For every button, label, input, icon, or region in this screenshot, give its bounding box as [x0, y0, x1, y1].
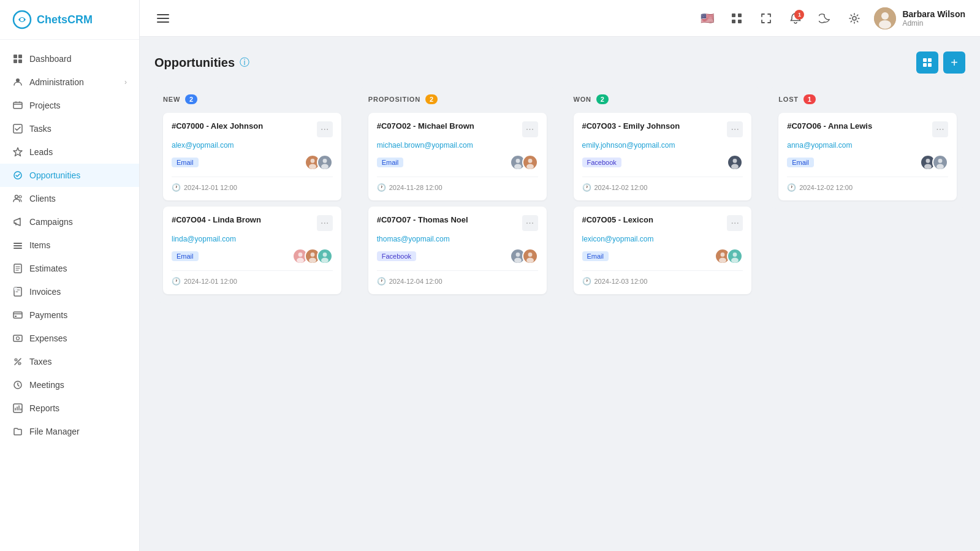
- svg-point-39: [309, 164, 316, 169]
- sidebar-item-expenses[interactable]: Expenses: [0, 327, 139, 350]
- svg-rect-12: [13, 243, 22, 244]
- card-menu-button[interactable]: ···: [932, 121, 948, 137]
- svg-point-42: [298, 253, 302, 257]
- sidebar-item-opportunities[interactable]: Opportunities: [0, 164, 139, 187]
- main-area: 🇺🇸 1 Barbara Wilson: [140, 0, 980, 551]
- card-source-tag: Email: [377, 158, 404, 167]
- sidebar-item-estimates[interactable]: Estimates: [0, 257, 139, 280]
- card-divider: [377, 177, 538, 177]
- card-header: #C07O02 - Michael Brown ···: [377, 121, 538, 137]
- card-header: #C07000 - Alex Johnson ···: [172, 121, 333, 137]
- svg-point-11: [19, 196, 21, 198]
- sidebar-item-dashboard[interactable]: Dashboard: [0, 47, 139, 70]
- card-menu-button[interactable]: ···: [317, 215, 333, 231]
- opportunity-card[interactable]: #C07000 - Alex Johnson ··· alex@yopmail.…: [163, 113, 341, 200]
- opportunity-card[interactable]: #C07O03 - Emily Johnson ··· emily.johnso…: [574, 113, 752, 200]
- card-divider: [582, 177, 743, 177]
- add-opportunity-button[interactable]: +: [943, 51, 965, 74]
- card-menu-button[interactable]: ···: [522, 121, 538, 137]
- card-meta: Email: [582, 248, 743, 264]
- dark-mode-icon[interactable]: [815, 9, 835, 28]
- user-profile[interactable]: Barbara Wilson Admin: [874, 7, 965, 29]
- leads-icon: [12, 146, 23, 158]
- projects-icon: [12, 100, 23, 111]
- card-divider: [377, 270, 538, 271]
- sidebar-item-file-manager[interactable]: File Manager: [0, 420, 139, 443]
- sidebar-item-administration[interactable]: Administration ›: [0, 70, 139, 94]
- logo-icon: [12, 10, 32, 29]
- clock-icon: 🕐: [172, 277, 181, 286]
- svg-rect-25: [13, 404, 22, 412]
- sidebar-item-leads[interactable]: Leads: [0, 140, 139, 164]
- sidebar: ChetsCRM Dashboard Administration › Proj…: [0, 0, 140, 551]
- sidebar-item-meetings[interactable]: Meetings: [0, 373, 139, 397]
- svg-point-65: [936, 164, 944, 169]
- sidebar-item-payments[interactable]: Payments: [0, 303, 139, 327]
- card-date: 🕐 2024-12-03 12:00: [582, 277, 743, 286]
- sidebar-item-items[interactable]: Items: [0, 234, 139, 257]
- opportunity-card[interactable]: #C07O02 - Michael Brown ··· michael.brow…: [368, 113, 547, 200]
- card-title: #C07O06 - Anna Lewis: [787, 121, 872, 131]
- notification-bell-icon[interactable]: 1: [786, 9, 805, 28]
- card-header: #C07O05 - Lexicon ···: [582, 215, 743, 231]
- card-menu-button[interactable]: ···: [727, 215, 743, 231]
- sidebar-item-reports[interactable]: Reports: [0, 397, 139, 420]
- svg-rect-28: [732, 20, 735, 23]
- card-divider: [582, 270, 743, 271]
- sidebar-item-clients[interactable]: Clients: [0, 187, 139, 210]
- avatar-small: [317, 154, 333, 170]
- svg-point-10: [15, 196, 18, 199]
- sidebar-item-label: Invoices: [29, 287, 61, 297]
- logo-area[interactable]: ChetsCRM: [0, 0, 139, 40]
- grid-apps-icon[interactable]: [727, 9, 746, 28]
- opportunity-card[interactable]: #C07O06 - Anna Lewis ··· anna@yopmail.co…: [778, 113, 957, 200]
- avatar-small: [727, 248, 743, 264]
- svg-point-21: [17, 337, 20, 340]
- sidebar-item-label: Campaigns: [29, 217, 73, 227]
- column-header: WON 2: [574, 94, 752, 104]
- date-text: 2024-11-28 12:00: [389, 184, 443, 191]
- card-header: #C07O03 - Emily Johnson ···: [582, 121, 743, 137]
- column-proposition: PROPOSITION 2 #C07O02 - Michael Brown ··…: [360, 86, 555, 303]
- svg-point-40: [322, 159, 327, 163]
- svg-rect-36: [923, 63, 927, 67]
- card-title: #C07O04 - Linda Brown: [172, 215, 261, 224]
- card-date: 🕐 2024-12-02 12:00: [582, 183, 743, 192]
- opportunity-card[interactable]: #C07O07 - Thomas Noel ··· thomas@yopmail…: [368, 207, 547, 294]
- card-menu-button[interactable]: ···: [317, 121, 333, 137]
- page-title: Opportunities: [154, 56, 235, 70]
- opportunity-card[interactable]: #C07O05 - Lexicon ··· lexicon@yopmail.co…: [574, 207, 752, 294]
- avatar-small: [522, 248, 538, 264]
- sidebar-item-taxes[interactable]: Taxes: [0, 350, 139, 373]
- avatar-small: [932, 154, 948, 170]
- card-menu-button[interactable]: ···: [727, 121, 743, 137]
- fullscreen-icon[interactable]: [756, 9, 776, 28]
- sidebar-item-invoices[interactable]: Invoices: [0, 280, 139, 303]
- sidebar-item-campaigns[interactable]: Campaigns: [0, 210, 139, 234]
- settings-icon[interactable]: [845, 9, 864, 28]
- svg-rect-8: [13, 124, 22, 133]
- svg-rect-29: [738, 20, 742, 23]
- svg-point-47: [321, 258, 329, 263]
- user-avatar: [874, 7, 896, 29]
- column-title: PROPOSITION: [368, 96, 420, 103]
- info-icon[interactable]: ⓘ: [240, 56, 249, 69]
- flag-icon[interactable]: 🇺🇸: [697, 9, 717, 28]
- sidebar-item-projects[interactable]: Projects: [0, 94, 139, 117]
- admin-icon: [12, 77, 23, 88]
- card-date: 🕐 2024-12-01 12:00: [172, 277, 333, 286]
- svg-point-41: [321, 164, 329, 169]
- opportunity-card[interactable]: #C07O04 - Linda Brown ··· linda@yopmail.…: [163, 207, 341, 294]
- view-toggle-button[interactable]: [916, 51, 938, 74]
- sidebar-item-tasks[interactable]: Tasks: [0, 117, 139, 140]
- date-text: 2024-12-03 12:00: [594, 278, 648, 285]
- menu-toggle[interactable]: [154, 12, 172, 25]
- column-header: NEW 2: [163, 94, 341, 104]
- date-text: 2024-12-01 12:00: [184, 184, 237, 191]
- svg-rect-17: [14, 287, 17, 291]
- svg-point-56: [733, 159, 737, 163]
- card-divider: [787, 177, 948, 177]
- card-menu-button[interactable]: ···: [522, 215, 538, 231]
- column-lost: LOST 1 #C07O06 - Anna Lewis ··· anna@yop…: [770, 86, 965, 209]
- card-email: anna@yopmail.com: [787, 141, 948, 150]
